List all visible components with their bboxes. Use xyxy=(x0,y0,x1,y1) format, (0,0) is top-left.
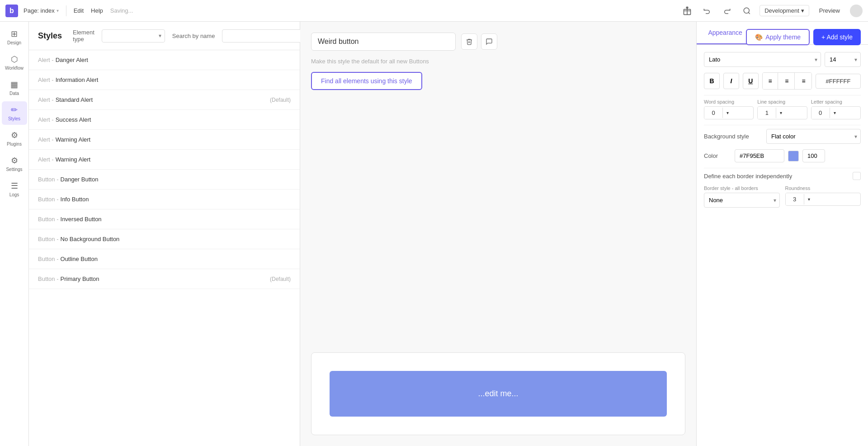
style-list-item[interactable]: Button - Info Button xyxy=(29,190,300,209)
apply-theme-button[interactable]: 🎨 Apply theme xyxy=(746,29,810,45)
tab-appearance-label: Appearance xyxy=(708,29,742,36)
sidebar-item-design[interactable]: ⊞ Design xyxy=(2,25,27,49)
add-style-button[interactable]: + Add style xyxy=(813,29,861,45)
sidebar-item-data[interactable]: ▦ Data xyxy=(2,76,27,100)
line-spacing-value: 1 xyxy=(758,107,776,119)
color-hex-input[interactable] xyxy=(735,149,784,162)
main-layout: ⊞ Design ⬡ Workflow ▦ Data ✏ Styles ⚙ Pl… xyxy=(0,22,868,446)
text-color-input[interactable] xyxy=(816,74,861,89)
line-spacing-group: Line spacing 1 ▾ xyxy=(757,99,807,119)
search-icon-btn[interactable] xyxy=(740,4,754,18)
style-category: Alert - xyxy=(38,136,54,143)
style-name-input[interactable] xyxy=(311,33,456,51)
page-selector[interactable]: Page: index ▾ xyxy=(24,7,59,14)
line-spacing-label: Line spacing xyxy=(757,99,807,104)
style-list-item[interactable]: Alert - Danger Alert xyxy=(29,50,300,70)
preview-text: ...edit me... xyxy=(478,389,518,398)
user-avatar[interactable] xyxy=(850,5,863,17)
align-center-button[interactable]: ≡ xyxy=(779,73,795,89)
border-def-label: Define each border independently xyxy=(704,173,849,180)
add-style-label: + Add style xyxy=(821,33,853,41)
preview-button-element[interactable]: ...edit me... xyxy=(330,371,667,417)
font-size-select[interactable]: 14 xyxy=(825,52,861,67)
menu-edit[interactable]: Edit xyxy=(74,7,84,14)
sidebar-item-logs[interactable]: ☰ Logs xyxy=(2,177,27,201)
style-list-item[interactable]: Alert - Success Alert xyxy=(29,110,300,130)
style-item-name: Warning Alert xyxy=(56,156,91,163)
sidebar-item-workflow[interactable]: ⬡ Workflow xyxy=(2,51,27,74)
styles-title: Styles xyxy=(38,31,62,41)
border-def-checkbox[interactable] xyxy=(853,172,861,180)
style-subtitle: Make this style the default for all new … xyxy=(311,58,685,65)
logs-icon: ☰ xyxy=(11,181,18,191)
style-name-actions xyxy=(461,33,497,50)
right-panel: Appearance Conditional Transitions Lato xyxy=(696,22,868,446)
element-type-select[interactable] xyxy=(102,29,165,43)
bg-style-select[interactable]: Flat color xyxy=(766,129,861,144)
border-roundness-row: Border style - all borders None Roundnes… xyxy=(704,185,861,208)
underline-button[interactable]: U xyxy=(743,73,759,89)
style-list-item[interactable]: Button - Inversed Button xyxy=(29,209,300,229)
svg-point-1 xyxy=(744,8,749,13)
menu-help[interactable]: Help xyxy=(91,7,103,14)
style-list-item[interactable]: Button - Danger Button xyxy=(29,170,300,190)
element-type-label: Element type xyxy=(73,29,94,43)
style-item-name: Inversed Button xyxy=(61,216,102,223)
find-elements-button[interactable]: Find all elements using this style xyxy=(311,72,422,90)
style-list-item[interactable]: Button - No Background Button xyxy=(29,229,300,249)
undo-icon-btn[interactable] xyxy=(700,4,714,18)
letter-spacing-arrow[interactable]: ▾ xyxy=(830,108,840,118)
bg-select-wrapper: Flat color xyxy=(766,129,861,144)
style-category: Button - xyxy=(38,275,59,282)
style-category: Button - xyxy=(38,196,59,203)
palette-icon: 🎨 xyxy=(755,33,763,41)
bold-icon: B xyxy=(709,77,714,85)
line-spacing-arrow[interactable]: ▾ xyxy=(776,108,786,118)
border-select-wrapper: None xyxy=(704,193,780,208)
settings-label: Settings xyxy=(6,167,22,172)
border-style-select[interactable]: None xyxy=(704,193,780,208)
style-list-item[interactable]: Button - Outline Button xyxy=(29,249,300,269)
styles-header: Styles Element type Search by name xyxy=(29,22,300,50)
dev-mode-selector[interactable]: Development ▾ xyxy=(760,5,809,16)
sidebar-item-settings[interactable]: ⚙ Settings xyxy=(2,152,27,176)
gift-icon-btn[interactable] xyxy=(680,4,694,18)
word-spacing-arrow[interactable]: ▾ xyxy=(722,108,732,118)
letter-spacing-value: 0 xyxy=(811,107,830,119)
border-style-row-label: Border style - all borders xyxy=(704,185,780,191)
search-input[interactable] xyxy=(222,29,308,43)
roundness-arrow[interactable]: ▾ xyxy=(804,194,814,204)
redo-icon-btn[interactable] xyxy=(720,4,734,18)
design-icon: ⊞ xyxy=(11,29,18,39)
font-select[interactable]: Lato xyxy=(704,52,821,67)
topbar-menu: Edit Help xyxy=(74,7,103,14)
topbar-divider xyxy=(66,5,66,16)
comment-icon-btn[interactable] xyxy=(481,33,497,50)
color-opacity-input[interactable] xyxy=(802,149,825,162)
roundness-row-label: Roundness xyxy=(785,185,861,191)
italic-button[interactable]: I xyxy=(723,73,739,89)
style-editor: Make this style the default for all new … xyxy=(300,22,696,352)
bold-button[interactable]: B xyxy=(704,73,720,89)
letter-spacing-group: Letter spacing 0 ▾ xyxy=(811,99,861,119)
word-spacing-control: 0 ▾ xyxy=(704,106,754,119)
word-spacing-group: Word spacing 0 ▾ xyxy=(704,99,754,119)
dev-mode-label: Development xyxy=(764,7,799,14)
sidebar-item-styles[interactable]: ✏ Styles xyxy=(2,101,27,125)
delete-icon-btn[interactable] xyxy=(461,33,477,50)
style-item-name: No Background Button xyxy=(61,236,120,242)
preview-button[interactable]: Preview xyxy=(815,5,844,16)
style-list-item[interactable]: Button - Primary Button (Default) xyxy=(29,269,300,289)
style-category: Button - xyxy=(38,236,59,242)
style-list-item[interactable]: Alert - Warning Alert xyxy=(29,150,300,170)
align-right-button[interactable]: ≡ xyxy=(796,73,811,89)
align-left-button[interactable]: ≡ xyxy=(763,73,778,89)
sidebar-item-plugins[interactable]: ⚙ Plugins xyxy=(2,127,27,150)
color-swatch[interactable] xyxy=(788,151,799,161)
style-list-item[interactable]: Alert - Standard Alert (Default) xyxy=(29,90,300,110)
style-item-name: Standard Alert xyxy=(56,96,93,103)
style-list-item[interactable]: Alert - Warning Alert xyxy=(29,130,300,150)
underline-icon: U xyxy=(748,77,753,85)
style-item-name: Danger Alert xyxy=(56,57,88,63)
style-list-item[interactable]: Alert - Information Alert xyxy=(29,70,300,90)
